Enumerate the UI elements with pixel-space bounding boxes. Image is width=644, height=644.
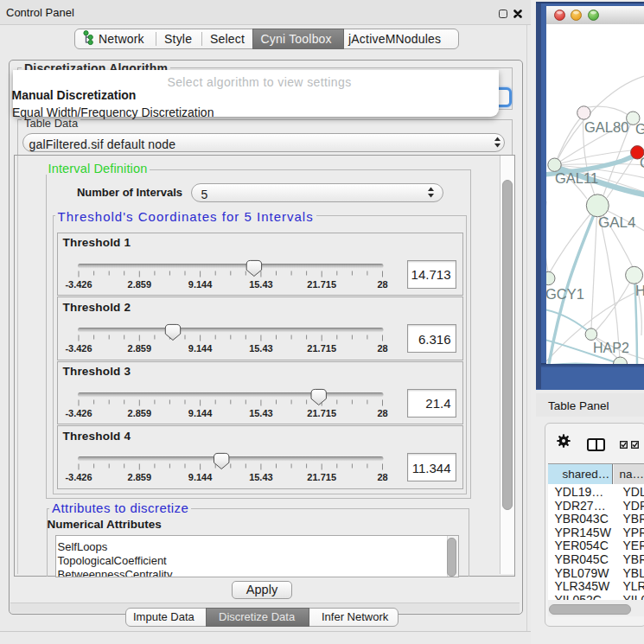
svg-text:2.859: 2.859 — [128, 278, 152, 289]
svg-text:15.43: 15.43 — [249, 343, 273, 354]
svg-text:15.43: 15.43 — [249, 407, 273, 418]
svg-text:9.144: 9.144 — [188, 343, 213, 354]
svg-text:28: 28 — [377, 343, 387, 354]
svg-text:-3.426: -3.426 — [65, 278, 92, 289]
svg-text:GCY1: GCY1 — [546, 285, 584, 301]
svg-text:H: H — [635, 282, 644, 297]
svg-text:HAP2: HAP2 — [593, 340, 629, 354]
svg-text:GA: GA — [635, 120, 644, 136]
svg-text:-3.426: -3.426 — [65, 407, 92, 418]
svg-text:9.144: 9.144 — [188, 407, 213, 418]
svg-text:2.859: 2.859 — [128, 472, 152, 482]
svg-text:-3.426: -3.426 — [65, 343, 92, 354]
svg-text:15.43: 15.43 — [249, 278, 273, 289]
svg-text:GAL4: GAL4 — [598, 214, 635, 230]
svg-text:21.715: 21.715 — [307, 407, 336, 418]
svg-text:2.859: 2.859 — [128, 407, 152, 418]
svg-text:GAL11: GAL11 — [555, 169, 598, 185]
svg-text:9.144: 9.144 — [188, 278, 213, 289]
svg-text:15.43: 15.43 — [249, 472, 273, 482]
svg-text:GAL80: GAL80 — [584, 118, 628, 134]
svg-text:21.715: 21.715 — [307, 472, 336, 482]
svg-text:9.144: 9.144 — [188, 472, 213, 482]
svg-text:-3.426: -3.426 — [65, 472, 92, 482]
svg-text:2.859: 2.859 — [128, 343, 152, 354]
svg-text:28: 28 — [377, 278, 387, 289]
svg-text:21.715: 21.715 — [307, 343, 336, 354]
svg-text:C: C — [640, 154, 644, 169]
svg-text:28: 28 — [377, 472, 387, 482]
svg-text:21.715: 21.715 — [307, 278, 336, 289]
svg-text:28: 28 — [377, 407, 387, 418]
